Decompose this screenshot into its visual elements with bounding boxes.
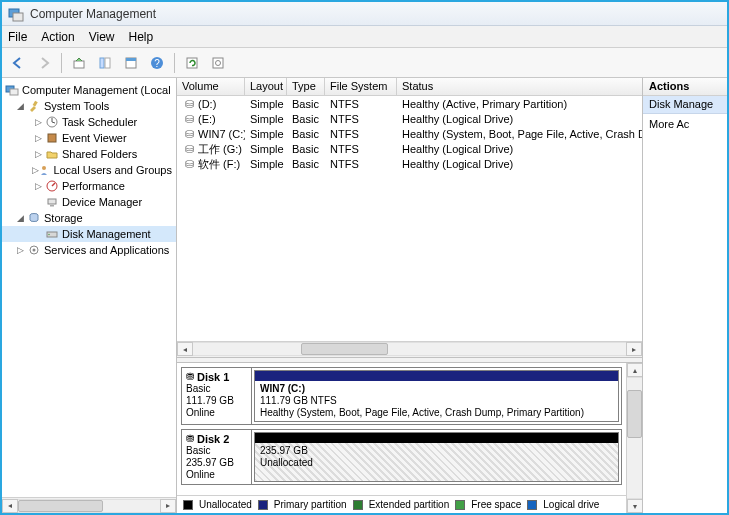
tool-bar: ? (2, 48, 727, 78)
up-button[interactable] (67, 51, 91, 75)
tree-label: Performance (62, 178, 125, 194)
legend-unallocated-icon (183, 500, 193, 510)
back-button[interactable] (6, 51, 30, 75)
svg-point-17 (42, 166, 46, 170)
partition[interactable]: 235.97 GBUnallocated (254, 432, 619, 482)
help-button[interactable]: ? (145, 51, 169, 75)
partition[interactable]: WIN7 (C:)111.79 GB NTFSHealthy (System, … (254, 370, 619, 422)
expand-icon[interactable]: ▷ (32, 146, 44, 162)
tree-services-apps[interactable]: ▷ Services and Applications (2, 242, 176, 258)
volume-row[interactable]: ⛁(E:)SimpleBasicNTFSHealthy (Logical Dri… (177, 112, 642, 127)
tree-device-manager[interactable]: Device Manager (2, 194, 176, 210)
show-hide-tree-button[interactable] (93, 51, 117, 75)
device-icon (44, 195, 60, 209)
volume-list-body[interactable]: ⛁(D:)SimpleBasicNTFSHealthy (Active, Pri… (177, 96, 642, 341)
actions-context[interactable]: Disk Manage (643, 96, 727, 114)
scrollbar-thumb[interactable] (627, 390, 642, 438)
navigation-tree-pane: Computer Management (Local ◢ System Tool… (2, 78, 177, 513)
svg-rect-16 (48, 134, 56, 142)
menu-view[interactable]: View (89, 30, 115, 44)
disk-label: ⛃Disk 2Basic235.97 GBOnline (182, 430, 252, 484)
tree-shared-folders[interactable]: ▷ Shared Folders (2, 146, 176, 162)
scrollbar-thumb[interactable] (301, 343, 388, 355)
tree-disk-management[interactable]: Disk Management (2, 226, 176, 242)
scroll-right-button[interactable]: ▸ (160, 499, 176, 513)
settings-button[interactable] (206, 51, 230, 75)
tree-label: Shared Folders (62, 146, 137, 162)
tree-system-tools[interactable]: ◢ System Tools (2, 98, 176, 114)
drive-icon: ⛁ (182, 127, 196, 142)
actions-more[interactable]: More Ac (643, 114, 727, 134)
volume-horizontal-scrollbar[interactable]: ◂ ▸ (177, 341, 642, 357)
expand-icon[interactable]: ▷ (32, 114, 44, 130)
disk-row[interactable]: ⛃Disk 1Basic111.79 GBOnlineWIN7 (C:)111.… (181, 367, 622, 425)
expand-icon[interactable]: ▷ (14, 242, 26, 258)
expand-icon[interactable]: ▷ (32, 162, 39, 178)
tree-performance[interactable]: ▷ Performance (2, 178, 176, 194)
disk-row[interactable]: ⛃Disk 2Basic235.97 GBOnline235.97 GBUnal… (181, 429, 622, 485)
scroll-right-button[interactable]: ▸ (626, 342, 642, 356)
scroll-up-button[interactable]: ▴ (627, 363, 642, 377)
scrollbar-track[interactable] (193, 342, 626, 356)
volume-list-header[interactable]: Volume Layout Type File System Status (177, 78, 642, 96)
tree-storage[interactable]: ◢ Storage (2, 210, 176, 226)
legend-logical-icon (527, 500, 537, 510)
disk-rows-container[interactable]: ⛃Disk 1Basic111.79 GBOnlineWIN7 (C:)111.… (177, 363, 626, 495)
menu-file[interactable]: File (8, 30, 27, 44)
expand-icon[interactable]: ▷ (32, 178, 44, 194)
svg-rect-6 (126, 58, 136, 61)
separator-icon (61, 53, 62, 73)
legend-unallocated-label: Unallocated (199, 499, 252, 510)
menu-help[interactable]: Help (129, 30, 154, 44)
scroll-left-button[interactable]: ◂ (2, 499, 18, 513)
svg-rect-10 (213, 58, 223, 68)
folder-share-icon (44, 147, 60, 161)
volume-row[interactable]: ⛁软件 (F:)SimpleBasicNTFSHealthy (Logical … (177, 157, 642, 172)
tree-local-users[interactable]: ▷ Local Users and Groups (2, 162, 176, 178)
col-status[interactable]: Status (397, 78, 642, 95)
collapse-icon[interactable]: ◢ (14, 210, 26, 226)
col-layout[interactable]: Layout (245, 78, 287, 95)
volume-row[interactable]: ⛁(D:)SimpleBasicNTFSHealthy (Active, Pri… (177, 97, 642, 112)
menu-action[interactable]: Action (41, 30, 74, 44)
scrollbar-track[interactable] (18, 499, 160, 513)
forward-button[interactable] (32, 51, 56, 75)
computer-mgmt-icon (4, 83, 20, 97)
tree-task-scheduler[interactable]: ▷ Task Scheduler (2, 114, 176, 130)
disk-vertical-scrollbar[interactable]: ▴ ▾ (626, 363, 642, 513)
app-icon (8, 6, 24, 22)
col-type[interactable]: Type (287, 78, 325, 95)
tree-horizontal-scrollbar[interactable]: ◂ ▸ (2, 497, 176, 513)
svg-rect-4 (105, 58, 110, 68)
navigation-tree[interactable]: Computer Management (Local ◢ System Tool… (2, 78, 176, 258)
tree-event-viewer[interactable]: ▷ Event Viewer (2, 130, 176, 146)
actions-more-label: More Ac (649, 118, 689, 130)
legend-primary-icon (258, 500, 268, 510)
collapse-icon[interactable]: ◢ (14, 98, 26, 114)
partition-container: WIN7 (C:)111.79 GB NTFSHealthy (System, … (252, 368, 621, 424)
svg-rect-20 (50, 205, 54, 207)
svg-rect-14 (33, 101, 38, 107)
refresh-button[interactable] (180, 51, 204, 75)
main-area: Computer Management (Local ◢ System Tool… (2, 78, 727, 513)
properties-button[interactable] (119, 51, 143, 75)
scroll-left-button[interactable]: ◂ (177, 342, 193, 356)
tree-label: Disk Management (62, 226, 151, 242)
svg-rect-1 (13, 13, 23, 21)
svg-point-25 (33, 249, 36, 252)
partition-header (255, 433, 618, 443)
disk-graphical-view: ⛃Disk 1Basic111.79 GBOnlineWIN7 (C:)111.… (177, 363, 642, 513)
scrollbar-thumb[interactable] (18, 500, 103, 512)
center-pane: Volume Layout Type File System Status ⛁(… (177, 78, 642, 513)
col-fs[interactable]: File System (325, 78, 397, 95)
tree-root[interactable]: Computer Management (Local (2, 82, 176, 98)
scroll-down-button[interactable]: ▾ (627, 499, 642, 513)
volume-row[interactable]: ⛁WIN7 (C:)SimpleBasicNTFSHealthy (System… (177, 127, 642, 142)
legend-free-icon (455, 500, 465, 510)
volume-row[interactable]: ⛁工作 (G:)SimpleBasicNTFSHealthy (Logical … (177, 142, 642, 157)
scrollbar-track[interactable] (627, 377, 642, 499)
tree-label: Computer Management (Local (22, 82, 171, 98)
col-volume[interactable]: Volume (177, 78, 245, 95)
svg-rect-13 (10, 89, 18, 95)
expand-icon[interactable]: ▷ (32, 130, 44, 146)
